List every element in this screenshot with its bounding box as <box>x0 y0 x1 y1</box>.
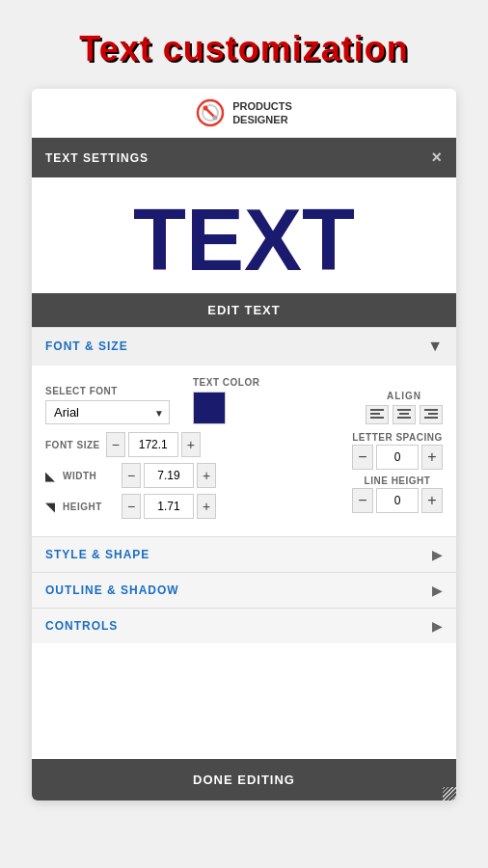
width-control: − + <box>122 463 216 488</box>
svg-rect-6 <box>370 417 384 419</box>
font-size-plus-button[interactable]: + <box>181 432 201 457</box>
width-icon: ◣ <box>45 469 55 483</box>
align-label: ALIGN <box>387 391 421 401</box>
svg-rect-12 <box>424 417 438 419</box>
close-button[interactable]: × <box>431 148 443 168</box>
line-height-input[interactable] <box>376 488 419 513</box>
font-select-wrapper: Arial Times New Roman Georgia <box>45 400 170 424</box>
height-plus-button[interactable]: + <box>197 494 216 519</box>
font-size-arrow: ▼ <box>427 338 443 355</box>
letter-spacing-plus-button[interactable]: + <box>421 445 443 470</box>
svg-point-2 <box>203 106 208 111</box>
svg-rect-9 <box>397 417 411 419</box>
svg-rect-11 <box>428 413 438 415</box>
line-height-label: LINE HEIGHT <box>352 475 443 486</box>
width-plus-button[interactable]: + <box>197 463 216 488</box>
preview-text: TEXT <box>133 197 355 284</box>
letter-spacing-input[interactable] <box>376 445 419 470</box>
text-color-label: TEXT COLOR <box>193 377 259 388</box>
height-input[interactable] <box>144 494 194 519</box>
select-font-label: SELECT FONT <box>45 386 170 396</box>
width-minus-button[interactable]: − <box>122 463 141 488</box>
svg-point-3 <box>213 116 218 121</box>
line-height-group: LINE HEIGHT − + <box>352 475 443 513</box>
resize-handle[interactable] <box>443 787 456 800</box>
text-settings-label: TEXT SETTINGS <box>45 151 149 165</box>
font-size-control: − + <box>106 432 201 457</box>
align-left-button[interactable] <box>366 405 389 424</box>
svg-rect-7 <box>397 409 411 411</box>
letter-spacing-label: LETTER SPACING <box>352 432 443 443</box>
align-buttons <box>366 405 443 424</box>
outline-shadow-arrow: ▶ <box>432 583 443 598</box>
width-input[interactable] <box>144 463 194 488</box>
font-size-label: FONT SIZE <box>45 440 100 450</box>
text-color-swatch[interactable] <box>193 392 226 424</box>
line-height-minus-button[interactable]: − <box>352 488 373 513</box>
font-size-content: SELECT FONT Arial Times New Roman Georgi… <box>32 365 456 536</box>
style-shape-arrow: ▶ <box>432 547 443 562</box>
panel-header: PRODUCTS DESIGNER <box>32 89 456 138</box>
svg-rect-8 <box>399 413 409 415</box>
font-select[interactable]: Arial Times New Roman Georgia <box>45 400 170 424</box>
svg-rect-10 <box>424 409 438 411</box>
style-shape-title: STYLE & SHAPE <box>45 548 149 561</box>
brand-name: PRODUCTS DESIGNER <box>232 99 292 127</box>
text-preview-area: TEXT <box>32 177 456 293</box>
font-size-input[interactable] <box>128 432 178 457</box>
controls-section-header[interactable]: CONTROLS ▶ <box>32 608 456 643</box>
line-height-plus-button[interactable]: + <box>421 488 443 513</box>
align-center-button[interactable] <box>393 405 416 424</box>
height-control: − + <box>122 494 216 519</box>
style-shape-section-header[interactable]: STYLE & SHAPE ▶ <box>32 536 456 572</box>
main-panel: PRODUCTS DESIGNER TEXT SETTINGS × TEXT E… <box>32 89 456 800</box>
svg-rect-4 <box>370 409 384 411</box>
text-settings-bar: TEXT SETTINGS × <box>32 138 456 177</box>
edit-text-bar[interactable]: EDIT TEXT <box>32 293 456 327</box>
height-label: HEIGHT <box>63 502 116 512</box>
align-right-button[interactable] <box>420 405 443 424</box>
width-label: WIDTH <box>63 471 116 481</box>
height-minus-button[interactable]: − <box>122 494 141 519</box>
logo-icon <box>196 98 225 127</box>
font-size-section-header[interactable]: FONT & SIZE ▼ <box>32 327 456 365</box>
spacer-area <box>32 643 456 759</box>
done-editing-button[interactable]: DONE EDITING <box>32 759 456 800</box>
page-title: Text customization <box>79 29 408 69</box>
height-icon: ◥ <box>45 500 55 514</box>
font-size-minus-button[interactable]: − <box>106 432 125 457</box>
controls-title: CONTROLS <box>45 619 118 633</box>
outline-shadow-section-header[interactable]: OUTLINE & SHADOW ▶ <box>32 572 456 608</box>
outline-shadow-title: OUTLINE & SHADOW <box>45 583 179 597</box>
controls-arrow: ▶ <box>432 618 443 634</box>
letter-spacing-minus-button[interactable]: − <box>352 445 373 470</box>
letter-spacing-group: LETTER SPACING − + <box>352 432 443 470</box>
font-size-title: FONT & SIZE <box>45 339 128 353</box>
svg-rect-5 <box>370 413 380 415</box>
